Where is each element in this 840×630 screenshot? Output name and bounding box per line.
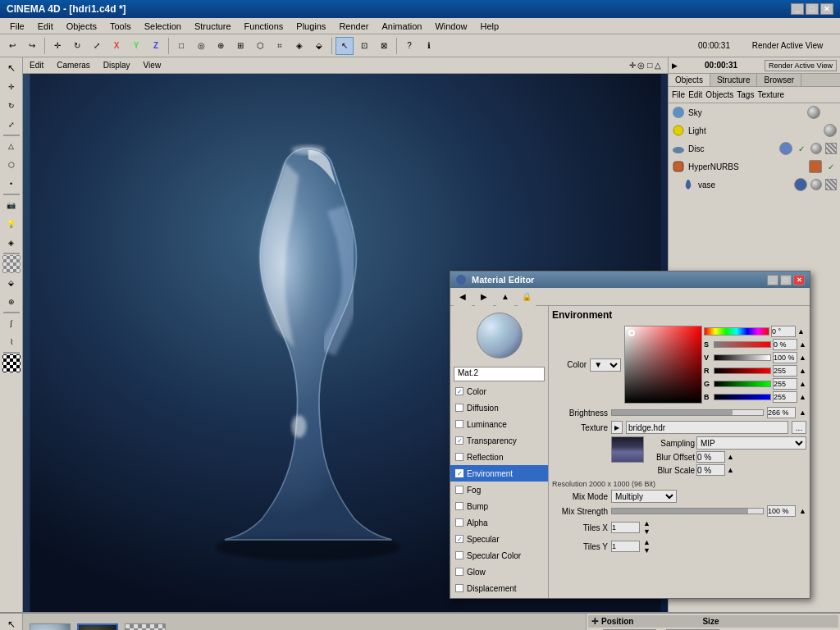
ch-illumination[interactable]: Illumination [450, 596, 548, 598]
ch-alpha[interactable]: Alpha [450, 514, 548, 531]
g-up-btn[interactable]: ▲ [799, 380, 806, 388]
b-input[interactable] [773, 391, 797, 403]
tool-magnet[interactable]: ◈ [290, 37, 308, 55]
r-input[interactable] [773, 365, 797, 377]
texture-more-btn[interactable]: ... [792, 421, 806, 434]
blur-scale-up-btn[interactable]: ▲ [727, 466, 734, 474]
tool-move[interactable]: ✛ [48, 37, 66, 55]
lt-edge[interactable]: ⬡ [2, 156, 21, 174]
lt-move[interactable]: ✛ [2, 78, 21, 96]
mix-strength-up-btn[interactable]: ▲ [799, 507, 806, 515]
lt-checker[interactable] [2, 255, 21, 273]
brightness-slider[interactable] [611, 409, 764, 416]
obj-file[interactable]: File [672, 90, 685, 99]
brightness-up-btn[interactable]: ▲ [799, 409, 806, 417]
b-bar[interactable] [714, 394, 771, 400]
tiles-y-input[interactable] [611, 541, 640, 552]
obj-edit[interactable]: Edit [688, 90, 702, 99]
tool-select2[interactable]: ⊡ [355, 37, 373, 55]
vp-display[interactable]: Display [100, 60, 134, 71]
minimize-btn[interactable]: _ [791, 3, 804, 15]
lt-select[interactable]: ↖ [2, 59, 21, 77]
b-up-btn[interactable]: ▲ [799, 393, 806, 401]
vp-cameras[interactable]: Cameras [53, 60, 94, 71]
ch-displacement[interactable]: Displacement [450, 580, 548, 596]
obj-texture[interactable]: Texture [757, 90, 784, 99]
mat-fwd-btn[interactable]: ▶ [475, 288, 493, 306]
ch-specular[interactable]: Specular [450, 531, 548, 547]
tool-help[interactable]: ? [400, 37, 418, 55]
tiles-x-spinner[interactable]: ▲▼ [643, 519, 651, 536]
tool-rotate[interactable]: ↻ [68, 37, 86, 55]
menu-window[interactable]: Window [428, 20, 473, 33]
obj-light[interactable]: Light [669, 121, 840, 139]
obj-vase[interactable]: vase [678, 176, 840, 194]
s-bar[interactable] [714, 341, 771, 348]
tool-select[interactable]: ↖ [336, 37, 354, 55]
mat-item-checker[interactable]: Mat [125, 623, 166, 630]
mat-up-btn[interactable]: ▲ [496, 288, 514, 306]
g-input[interactable] [773, 378, 797, 390]
tool-scale[interactable]: ⤢ [88, 37, 106, 55]
lt-bend[interactable]: ∫ [2, 314, 21, 332]
ch-diffusion[interactable]: Diffusion [450, 399, 548, 416]
tool-z[interactable]: Z [147, 37, 165, 55]
tiles-y-spinner[interactable]: ▲▼ [643, 538, 651, 555]
mix-strength-slider[interactable] [611, 508, 764, 514]
ch-bump[interactable]: Bump [450, 498, 548, 514]
tab-browser[interactable]: Browser [757, 74, 801, 86]
obj-disc[interactable]: Disc ✓ [669, 139, 840, 158]
menu-tools[interactable]: Tools [103, 20, 138, 33]
lt-light[interactable]: 💡 [2, 215, 21, 233]
blur-offset-input[interactable] [696, 451, 725, 463]
menu-help[interactable]: Help [474, 20, 506, 33]
mat-close-btn[interactable]: ✕ [793, 275, 805, 285]
mat-name-input[interactable]: Mat.2 [454, 367, 545, 381]
tool-live[interactable]: ⊕ [212, 37, 230, 55]
lt-checker2[interactable] [2, 354, 21, 372]
tab-structure[interactable]: Structure [710, 74, 758, 86]
maximize-btn[interactable]: □ [806, 3, 819, 15]
menu-render[interactable]: Render [332, 20, 375, 33]
ch-specular-color[interactable]: Specular Color [450, 547, 548, 564]
color-dropdown[interactable]: ▼ [590, 358, 621, 372]
r-up-btn[interactable]: ▲ [799, 367, 806, 375]
hue-up-btn[interactable]: ▲ [797, 327, 805, 336]
ch-color[interactable]: Color [450, 383, 548, 399]
obj-objects[interactable]: Objects [705, 90, 733, 99]
ch-transparency[interactable]: Transparency [450, 432, 548, 449]
blur-offset-up-btn[interactable]: ▲ [727, 453, 734, 461]
tool-y[interactable]: Y [127, 37, 145, 55]
s-up-btn[interactable]: ▲ [799, 340, 806, 349]
v-bar[interactable] [714, 354, 771, 361]
menu-edit[interactable]: Edit [31, 20, 60, 33]
obj-tags[interactable]: Tags [737, 90, 754, 99]
lt-uv[interactable]: ⊕ [2, 293, 21, 311]
mat-item-env[interactable]: Mat.2 [30, 623, 71, 630]
lt-material[interactable]: ◈ [2, 234, 21, 252]
v-input[interactable] [773, 352, 797, 363]
mat-maximize-btn[interactable]: □ [780, 275, 792, 285]
mat-item-dark[interactable]: Mat.1 [77, 623, 118, 630]
menu-file[interactable]: File [3, 20, 31, 33]
menu-animation[interactable]: Animation [375, 20, 428, 33]
tool-paint[interactable]: ⬙ [310, 37, 328, 55]
tool-box[interactable]: □ [172, 37, 190, 55]
s-input[interactable] [773, 339, 797, 350]
bl-tool1[interactable]: ↖ [2, 615, 21, 630]
render-active-view-btn[interactable]: Render Active View [738, 37, 837, 55]
sampling-dropdown[interactable]: MIP [696, 436, 806, 450]
color-gradient-picker[interactable] [624, 326, 702, 404]
lt-deform[interactable]: ⌇ [2, 333, 21, 351]
tool-x[interactable]: X [107, 37, 126, 55]
lt-point[interactable]: • [2, 175, 21, 193]
v-up-btn[interactable]: ▲ [799, 354, 806, 362]
r-bar[interactable] [714, 368, 771, 374]
menu-objects[interactable]: Objects [60, 20, 103, 33]
render-view-btn[interactable]: Render Active View [765, 60, 837, 71]
tab-objects[interactable]: Objects [669, 74, 710, 86]
tool-loop[interactable]: ◎ [192, 37, 210, 55]
g-bar[interactable] [714, 381, 771, 387]
menu-plugins[interactable]: Plugins [290, 20, 332, 33]
mix-mode-dropdown[interactable]: Multiply [611, 490, 677, 503]
